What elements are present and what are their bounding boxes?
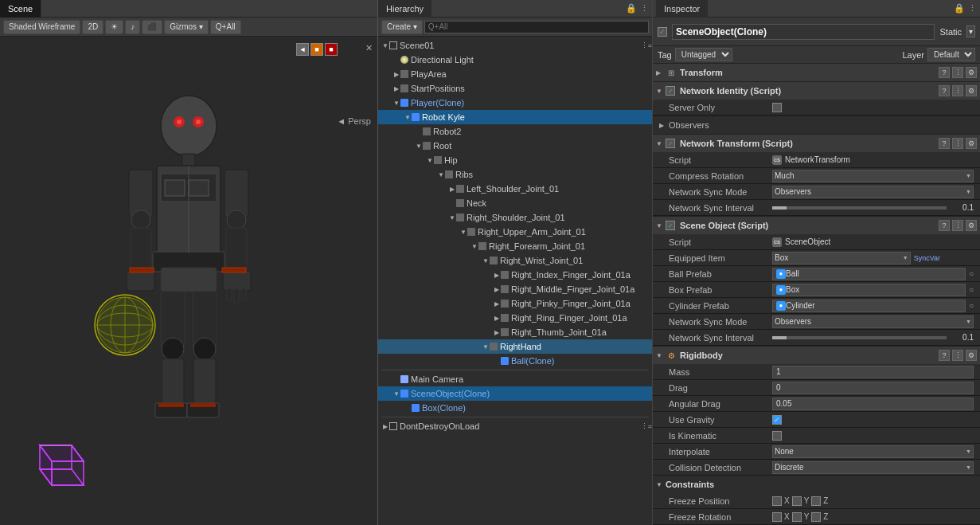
hier-item-playarea[interactable]: ▶ PlayArea <box>378 67 652 81</box>
rb-kinematic-checkbox[interactable] <box>772 431 782 441</box>
hier-item-middle[interactable]: ▶ Right_Middle_Finger_Joint_01a <box>378 282 652 296</box>
hier-item-righthand[interactable]: ▼ RightHand <box>378 339 652 354</box>
rb-action1[interactable]: ? <box>939 350 950 361</box>
shading-dropdown[interactable]: Shaded Wireframe <box>3 20 80 34</box>
constraints-header[interactable]: ▼ Constraints <box>653 476 980 493</box>
hier-item-pinky[interactable]: ▶ Right_Pinky_Finger_Joint_01a <box>378 296 652 311</box>
nt-action3[interactable]: ⚙ <box>966 138 977 149</box>
hier-item-scene01[interactable]: ▼ Scene01 ⋮= <box>378 38 652 53</box>
hier-item-sceneobject[interactable]: ▼ SceneObject(Clone) <box>378 386 652 401</box>
so-action2[interactable]: ⋮ <box>952 220 963 231</box>
create-dropdown[interactable]: Create ▾ <box>381 20 423 34</box>
hier-item-robot-kyle[interactable]: ▼ Robot Kyle <box>378 110 652 124</box>
rb-interpolate-dropdown[interactable]: None ▼ <box>772 445 974 458</box>
inspector-tab[interactable]: Inspector <box>656 0 708 18</box>
gizmos-dropdown[interactable]: Gizmos ▾ <box>164 20 209 34</box>
nt-compress-dropdown[interactable]: Much ▼ <box>772 170 974 182</box>
so-cylinder-prefab-field[interactable]: ● Cylinder <box>772 300 966 312</box>
rb-freeze-rot-x[interactable] <box>772 512 782 522</box>
so-syncinterval-slider[interactable]: 0.1 <box>772 333 974 342</box>
hier-item-root[interactable]: ▼ Root <box>378 139 652 153</box>
rb-freeze-rot-z[interactable] <box>811 512 821 522</box>
rb-freeze-pos-z[interactable] <box>811 496 821 506</box>
ni-action2[interactable]: ⋮ <box>952 85 963 96</box>
scene-tab[interactable]: Scene <box>0 0 41 18</box>
hierarchy-tab[interactable]: Hierarchy <box>378 0 431 18</box>
hierarchy-menu-icon[interactable]: ⋮ <box>640 3 649 14</box>
rb-gravity-checkbox[interactable]: ✓ <box>772 415 782 425</box>
rb-freeze-pos-x[interactable] <box>772 496 782 506</box>
so-header[interactable]: ▼ ✓ Scene Object (Script) ? ⋮ ⚙ <box>653 217 980 234</box>
hier-item-left-shoulder[interactable]: ▶ Left_Shoulder_Joint_01 <box>378 182 652 196</box>
tag-dropdown[interactable]: Untagged <box>675 48 732 61</box>
2d-button[interactable]: 2D <box>82 20 103 34</box>
hier-item-thumb[interactable]: ▶ Right_Thumb_Joint_01a <box>378 325 652 339</box>
rb-collision-dropdown[interactable]: Discrete ▼ <box>772 461 974 474</box>
so-ball-select[interactable]: ○ <box>969 269 974 278</box>
hier-item-main-camera[interactable]: Main Camera <box>378 372 652 386</box>
ni-action3[interactable]: ⚙ <box>966 85 977 96</box>
ni-server-only-checkbox[interactable] <box>772 103 782 112</box>
rb-action2[interactable]: ⋮ <box>952 350 963 361</box>
transform-action3[interactable]: ⚙ <box>966 67 977 78</box>
rb-drag-value[interactable]: 0 <box>772 382 974 394</box>
inspector-lock-icon[interactable]: 🔒 <box>954 3 965 14</box>
obj-name-input[interactable] <box>672 24 935 40</box>
so-box-select[interactable]: ○ <box>969 285 974 294</box>
hier-item-box-clone[interactable]: Box(Clone) <box>378 401 652 415</box>
ni-enabled-checkbox[interactable]: ✓ <box>666 86 675 96</box>
hierarchy-search-input[interactable] <box>424 21 649 33</box>
nt-header[interactable]: ▼ ✓ Network Transform (Script) ? ⋮ ⚙ <box>653 135 980 152</box>
observers-row[interactable]: ▶ Observers <box>653 116 980 134</box>
scene-viewport[interactable]: ◄ ■ ■ ✕ ◄ Persp <box>0 37 377 525</box>
so-ball-prefab-field[interactable]: ● Ball <box>772 268 966 280</box>
transform-action2[interactable]: ⋮ <box>952 67 963 78</box>
ni-action1[interactable]: ? <box>939 85 950 96</box>
transform-header[interactable]: ▶ ⊞ Transform ? ⋮ ⚙ <box>653 64 980 81</box>
hier-item-neck[interactable]: Neck <box>378 196 652 210</box>
network-identity-header[interactable]: ▼ ✓ Network Identity (Script) ? ⋮ ⚙ <box>653 82 980 100</box>
rb-freeze-pos-y[interactable] <box>792 496 802 506</box>
hier-item-dontdestroy[interactable]: ▶ DontDestroyOnLoad ⋮= <box>378 419 652 433</box>
so-enabled-checkbox[interactable]: ✓ <box>666 221 675 230</box>
layer-dropdown[interactable]: Default <box>927 48 975 61</box>
hier-item-right-wrist[interactable]: ▼ Right_Wrist_Joint_01 <box>378 253 652 268</box>
dontdestroy-dots[interactable]: ⋮= <box>641 422 652 430</box>
hier-item-hip[interactable]: ▼ Hip <box>378 153 652 167</box>
nt-syncmode-dropdown[interactable]: Observers ▼ <box>772 186 974 198</box>
hier-item-right-shoulder[interactable]: ▼ Right_Shoulder_Joint_01 <box>378 210 652 225</box>
hier-item-right-upper-arm[interactable]: ▼ Right_Upper_Arm_Joint_01 <box>378 225 652 239</box>
nt-syncinterval-slider[interactable]: 0.1 <box>772 203 974 212</box>
hier-item-ring[interactable]: ▶ Right_Ring_Finger_Joint_01a <box>378 311 652 325</box>
hier-item-ball-clone[interactable]: Ball(Clone) <box>378 354 652 368</box>
rb-angular-drag-value[interactable]: 0.05 <box>772 398 974 410</box>
nt-action1[interactable]: ? <box>939 138 950 149</box>
transform-action1[interactable]: ? <box>939 67 950 78</box>
scene01-dots[interactable]: ⋮= <box>641 41 652 49</box>
hier-item-index[interactable]: ▶ Right_Index_Finger_Joint_01a <box>378 268 652 282</box>
hier-item-startpos[interactable]: ▶ StartPositions <box>378 81 652 96</box>
nt-action2[interactable]: ⋮ <box>952 138 963 149</box>
nt-enabled-checkbox[interactable]: ✓ <box>666 139 675 148</box>
audio-button[interactable]: ♪ <box>125 20 140 34</box>
sun-button[interactable]: ☀ <box>105 20 123 34</box>
hier-item-right-forearm[interactable]: ▼ Right_Forearm_Joint_01 <box>378 239 652 253</box>
effect-button[interactable]: ⬛ <box>142 20 162 34</box>
hier-item-player[interactable]: ▼ Player(Clone) <box>378 96 652 110</box>
inspector-menu-icon[interactable]: ⋮ <box>968 3 977 14</box>
hierarchy-lock-icon[interactable]: 🔒 <box>626 3 637 14</box>
hier-item-ribs[interactable]: ▼ Ribs <box>378 167 652 182</box>
so-equipped-dropdown[interactable]: Box ▼ <box>772 252 911 264</box>
so-cylinder-select[interactable]: ○ <box>969 301 974 310</box>
hier-item-robot2[interactable]: Robot2 <box>378 124 652 139</box>
search-button[interactable]: Q+All <box>210 20 241 34</box>
obj-active-checkbox[interactable]: ✓ <box>658 27 667 37</box>
so-action1[interactable]: ? <box>939 220 950 231</box>
rb-header[interactable]: ▼ ⚙ Rigidbody ? ⋮ ⚙ <box>653 347 980 364</box>
rb-mass-value[interactable]: 1 <box>772 366 974 378</box>
rb-action3[interactable]: ⚙ <box>966 350 977 361</box>
rb-freeze-rot-y[interactable] <box>792 512 802 522</box>
static-dropdown[interactable]: ▾ <box>966 25 975 37</box>
hier-item-dir-light[interactable]: Directional Light <box>378 53 652 67</box>
so-box-prefab-field[interactable]: ● Box <box>772 284 966 296</box>
